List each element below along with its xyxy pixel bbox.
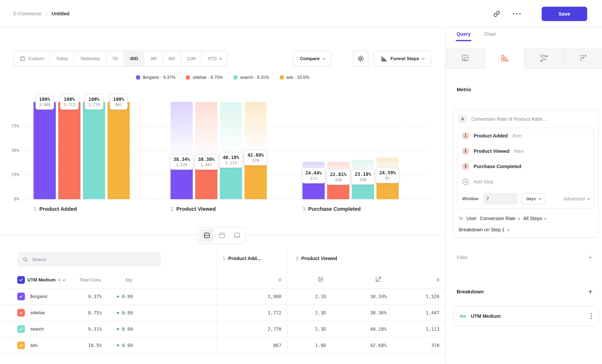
tab-chart[interactable]: Chart [484, 31, 496, 41]
row-name[interactable]: search [30, 326, 44, 332]
date-range-yesterday[interactable]: Yesterday [74, 51, 106, 66]
row-checkbox[interactable] [17, 309, 25, 317]
row-avg-time: 2.3D [287, 310, 355, 315]
table-step1-header: 1 Product Add... [223, 256, 261, 261]
date-range-6m[interactable]: 6M [162, 51, 181, 66]
date-range-12m[interactable]: 12M [181, 51, 201, 66]
date-range-7d[interactable]: 7D [106, 51, 124, 66]
funnel-bar-ads-step3[interactable]: 24.59%91 [376, 102, 399, 199]
row-checkbox[interactable] [17, 342, 25, 349]
main-panel: CustomTodayYesterday7D30D3M6M12MXTD Comp… [0, 28, 445, 364]
date-range-custom[interactable]: Custom [14, 51, 50, 66]
chart-kind-tabs [446, 48, 602, 68]
legend-label: $organic · 9.37% [143, 75, 175, 80]
funnel-bar-organic-step1[interactable]: 100%3,980 [33, 102, 56, 199]
row-checkbox[interactable] [17, 325, 25, 333]
breadcrumb-separator: / [46, 11, 47, 17]
breakdown-property-name: UTM Medium [471, 313, 500, 319]
funnel-bar-ads-step2[interactable]: 42.68%370 [245, 102, 267, 199]
chevron-down-icon [507, 228, 510, 231]
funnel-bar-search-step2[interactable]: 40.18%1,113 [220, 102, 242, 199]
column-divider [217, 249, 217, 354]
tab-funnel-chart[interactable] [485, 48, 524, 68]
kebab-menu-icon[interactable] [591, 313, 592, 319]
date-range-today[interactable]: Today [50, 51, 74, 66]
breakdown-property-card[interactable]: Aa UTM Medium [453, 306, 599, 326]
row-step2-count: 1,113 [402, 326, 440, 332]
select-all-checkbox[interactable] [17, 276, 25, 284]
tab-flow-chart[interactable] [524, 48, 564, 68]
top-actions: Save [491, 0, 587, 28]
funnel-bar-sidebar-step1[interactable]: 100%3,772 [58, 102, 80, 199]
view-toggle-split[interactable] [200, 229, 214, 242]
legend-swatch [136, 75, 140, 79]
measured-entity[interactable]: User [466, 216, 476, 221]
funnel-bar-organic-step3[interactable]: 24.44%373 [302, 102, 325, 199]
legend-item-ads[interactable]: ads · 10.5% [280, 75, 309, 80]
legend-item-organic[interactable]: $organic · 9.37% [136, 75, 175, 80]
row-significance: 0.99 [102, 343, 133, 348]
window-unit-select[interactable]: days [522, 193, 546, 204]
add-filter-button[interactable]: + [588, 254, 592, 261]
date-range-3m[interactable]: 3M [144, 51, 162, 66]
legend-item-search[interactable]: search · 9.31% [234, 75, 269, 80]
bar-value-label: 22.81%330 [326, 169, 350, 185]
bar-pct-label: 100% [88, 96, 100, 102]
query-sidebar: Query Chart [445, 28, 602, 364]
funnel-bar-ads-step1[interactable]: 100%867 [108, 102, 130, 199]
row-checkbox[interactable] [17, 293, 25, 300]
tab-segmentation-chart[interactable] [446, 48, 485, 68]
add-step-button[interactable]: Add Step [458, 174, 594, 189]
metric-step-2[interactable]: 2Product Viewedthen [458, 143, 594, 159]
chart-settings-button[interactable] [353, 51, 368, 67]
breakdown-on-dropdown[interactable]: Breakdown on Step 1 [453, 221, 598, 233]
breadcrumb-project[interactable]: E-Commerce [13, 11, 42, 17]
view-toggle-table-only[interactable] [230, 229, 244, 242]
group-name[interactable]: UTM Medium [27, 277, 55, 283]
view-toggle-chart-only[interactable] [215, 229, 229, 242]
row-name[interactable]: sidebar [30, 310, 45, 315]
measured-as-row: % User Conversion Rate All Steps [453, 209, 598, 221]
step-index: 1 [33, 206, 36, 212]
legend-item-sidebar[interactable]: sidebar · 8.75% [186, 75, 223, 80]
funnel-bar-search-step3[interactable]: 23.18%258 [352, 102, 374, 199]
more-options-icon[interactable] [512, 9, 522, 19]
funnel-bar-sidebar-step3[interactable]: 22.81%330 [327, 102, 349, 199]
window-value-input[interactable] [483, 193, 518, 204]
save-button[interactable]: Save [542, 7, 587, 21]
row-name[interactable]: ads [30, 343, 38, 348]
row-avg-time: 2.1D [287, 294, 355, 299]
chevron-down-icon[interactable] [63, 278, 65, 281]
measured-metric-dropdown[interactable]: Conversion Rate [480, 216, 520, 221]
date-range-xtd[interactable]: XTD [201, 51, 227, 66]
significance-value: 0.99 [122, 310, 133, 315]
row-name[interactable]: $organic [30, 294, 48, 299]
breakdown-section-row: Breakdown + [457, 288, 592, 295]
funnel-bar-organic-step2[interactable]: 38.34%1,526 [171, 102, 193, 199]
metric-series-row[interactable]: A Conversion Rate of Product Adde... [453, 109, 598, 128]
share-link-icon[interactable] [491, 9, 502, 19]
row-conv-rate: 42.68% [355, 343, 402, 348]
row-step1-count: 3,980 [217, 294, 281, 299]
compare-label: Compare [300, 56, 319, 61]
search-input[interactable] [32, 257, 156, 262]
advanced-toggle[interactable]: Advanced [563, 196, 590, 202]
tab-paths-chart[interactable] [564, 48, 602, 68]
bar-count-label: 1,447 [198, 162, 215, 168]
tab-query[interactable]: Query [457, 31, 471, 41]
table-row-search: search9.31%0.992,7702.3D40.18%1,113 [0, 321, 445, 337]
metric-step-3[interactable]: 3Purchase Completed [458, 159, 594, 174]
breadcrumb-current[interactable]: Untitled [52, 11, 69, 17]
chart-type-button[interactable]: Funnel Steps [374, 51, 431, 67]
funnel-bar-search-step1[interactable]: 100%2,770 [83, 102, 105, 199]
step-number-hexagon-icon: 1 [462, 132, 469, 139]
bar-count-label: 867 [113, 102, 124, 107]
compare-button[interactable]: Compare [293, 51, 331, 67]
date-range-30d[interactable]: 30D [124, 51, 144, 66]
add-breakdown-button[interactable]: + [588, 288, 592, 295]
measured-scope-dropdown[interactable]: All Steps [523, 216, 547, 221]
funnel-bar-sidebar-step2[interactable]: 38.36%1,447 [195, 102, 217, 199]
metric-step-1[interactable]: 1Product Addedthen [458, 128, 594, 143]
chevron-down-icon [517, 217, 520, 219]
flow-icon [540, 54, 548, 62]
